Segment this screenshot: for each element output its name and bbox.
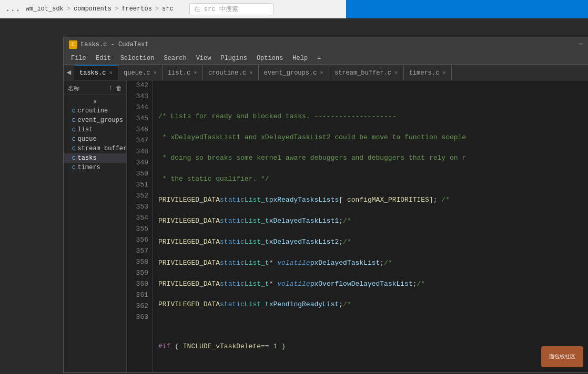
tab-event-groups-close[interactable]: × xyxy=(320,70,323,76)
code-lines: /* Lists for ready and blocked tasks. --… xyxy=(153,80,588,372)
sidebar-label-timers: timers xyxy=(78,164,100,171)
tab-list-close[interactable]: × xyxy=(194,70,197,76)
ln-356: 356 xyxy=(131,235,148,246)
menu-bar: File Edit Selection Search View Plugins … xyxy=(64,52,588,65)
sidebar-item-event-groups[interactable]: C event_groups xyxy=(64,116,126,125)
menu-selection[interactable]: Selection xyxy=(116,54,159,63)
code-line-347: PRIVILEGED_DATA static List_t pxReadyTas… xyxy=(158,195,583,206)
sidebar-item-tasks[interactable]: C tasks xyxy=(64,153,126,163)
file-icon-croutine: C xyxy=(72,108,76,114)
sep3: > xyxy=(155,5,159,13)
ln-353: 353 xyxy=(131,202,148,213)
ln-342: 342 xyxy=(131,80,148,91)
file-icon-event-groups: C xyxy=(72,117,76,123)
ln-359: 359 xyxy=(131,268,148,279)
tab-croutine-close[interactable]: × xyxy=(249,70,253,76)
code-line-354: #if ( INCLUDE_vTaskDelete == 1 ) xyxy=(158,341,583,352)
code-line-345: * doing so breaks some kernel aware debu… xyxy=(158,153,583,164)
code-line-342 xyxy=(158,90,583,101)
watermark: 面包板社区 xyxy=(541,346,583,367)
sidebar-icon-group: ↑ 🗑 xyxy=(109,85,122,92)
menu-extra[interactable]: = xyxy=(313,54,325,63)
tab-nav-left[interactable]: ◀ xyxy=(64,65,74,80)
tab-croutine-label: croutine.c xyxy=(208,69,246,77)
breadcrumb-wm[interactable]: wm_iot_sdk xyxy=(26,5,64,13)
ln-345: 345 xyxy=(131,113,148,124)
sidebar-label-tasks: tasks xyxy=(78,154,97,162)
title-icon: C xyxy=(69,40,77,49)
os-menu-dots[interactable]: ... xyxy=(5,4,21,14)
ln-343: 343 xyxy=(131,91,148,102)
breadcrumb: wm_iot_sdk > components > freertos > src xyxy=(26,5,174,13)
tab-event-groups-label: event_groups.c xyxy=(264,69,317,77)
sidebar-item-queue[interactable]: C queue xyxy=(64,134,126,144)
ln-354: 354 xyxy=(131,213,148,224)
tab-timers-label: timers.c xyxy=(409,69,440,77)
sidebar-label-queue: queue xyxy=(78,136,97,143)
tab-tasks-label: tasks.c xyxy=(79,69,106,77)
code-content: 342 343 344 345 346 347 348 349 350 351 … xyxy=(127,80,588,372)
ln-349: 349 xyxy=(131,158,148,169)
tab-stream-buffer[interactable]: stream_buffer.c × xyxy=(329,65,404,80)
tab-queue-label: queue.c xyxy=(124,69,150,77)
sidebar-header: 名称 ↑ 🗑 xyxy=(64,82,126,95)
code-line-353 xyxy=(158,320,583,331)
menu-edit[interactable]: Edit xyxy=(92,54,115,63)
tab-list[interactable]: list.c × xyxy=(163,65,203,80)
tab-tasks[interactable]: tasks.c × xyxy=(74,65,118,80)
ln-346: 346 xyxy=(131,124,148,136)
tab-timers-close[interactable]: × xyxy=(442,70,446,76)
file-tree-sidebar: 名称 ↑ 🗑 ∧ C croutine C event_groups C lis… xyxy=(64,80,127,372)
ln-363: 363 xyxy=(131,312,148,323)
tab-stream-buffer-close[interactable]: × xyxy=(394,70,398,76)
ln-352: 352 xyxy=(131,191,148,202)
sep2: > xyxy=(115,5,118,13)
editor-titlebar: C tasks.c - CudaText − xyxy=(64,37,588,52)
menu-plugins[interactable]: Plugins xyxy=(216,54,251,63)
ln-360: 360 xyxy=(131,279,148,290)
code-line-349: PRIVILEGED_DATA static List_t xDelayedTa… xyxy=(158,237,583,248)
tabs-bar: ◀ tasks.c × queue.c × list.c × croutine.… xyxy=(64,65,588,80)
code-line-348: PRIVILEGED_DATA static List_t xDelayedTa… xyxy=(158,216,583,227)
file-icon-list: C xyxy=(72,127,76,133)
ln-357: 357 xyxy=(131,246,148,257)
ln-361: 361 xyxy=(131,290,148,301)
menu-file[interactable]: File xyxy=(67,54,90,63)
code-area[interactable]: 342 343 344 345 346 347 348 349 350 351 … xyxy=(127,80,588,372)
menu-search[interactable]: Search xyxy=(159,54,190,63)
file-icon-queue: C xyxy=(72,136,76,142)
sidebar-item-timers[interactable]: C timers xyxy=(64,163,126,172)
code-line-344: * xDelayedTaskList1 and xDelayedTaskList… xyxy=(158,132,583,143)
sep1: > xyxy=(67,5,70,13)
tab-timers[interactable]: timers.c × xyxy=(404,65,452,80)
code-line-346: * the static qualifier. */ xyxy=(158,174,583,185)
tab-queue-close[interactable]: × xyxy=(153,70,157,76)
menu-options[interactable]: Options xyxy=(252,54,287,63)
sidebar-item-stream-buffer[interactable]: C stream_buffer xyxy=(64,144,126,153)
code-line-351: PRIVILEGED_DATA static List_t * volatile… xyxy=(158,278,583,289)
menu-help[interactable]: Help xyxy=(288,54,312,63)
breadcrumb-components[interactable]: components xyxy=(74,5,111,13)
tab-croutine[interactable]: croutine.c × xyxy=(203,65,259,80)
ln-351: 351 xyxy=(131,180,148,191)
ln-362: 362 xyxy=(131,301,148,312)
window-close-button[interactable]: − xyxy=(578,40,583,49)
sidebar-label-event-groups: event_groups xyxy=(78,117,123,124)
ln-358: 358 xyxy=(131,257,148,268)
breadcrumb-freertos[interactable]: freertos xyxy=(121,5,152,13)
tab-tasks-close[interactable]: × xyxy=(109,70,113,76)
tab-event-groups[interactable]: event_groups.c × xyxy=(259,65,329,80)
sidebar-item-croutine[interactable]: C croutine xyxy=(64,106,126,116)
sidebar-fold-button[interactable]: ∧ xyxy=(64,97,126,106)
search-bar[interactable]: 在 src 中搜索 xyxy=(189,3,273,15)
sidebar-delete-icon[interactable]: 🗑 xyxy=(116,85,122,92)
ln-355: 355 xyxy=(131,224,148,235)
tab-queue[interactable]: queue.c × xyxy=(118,65,163,80)
sidebar-upload-icon[interactable]: ↑ xyxy=(109,85,113,92)
breadcrumb-src[interactable]: src xyxy=(162,5,174,13)
sidebar-item-list[interactable]: C list xyxy=(64,125,126,134)
code-line-352: PRIVILEGED_DATA static List_t xPendingRe… xyxy=(158,299,583,310)
sidebar-label-croutine: croutine xyxy=(78,107,108,115)
menu-view[interactable]: View xyxy=(192,54,216,63)
sidebar-label-stream-buffer: stream_buffer xyxy=(78,145,127,152)
